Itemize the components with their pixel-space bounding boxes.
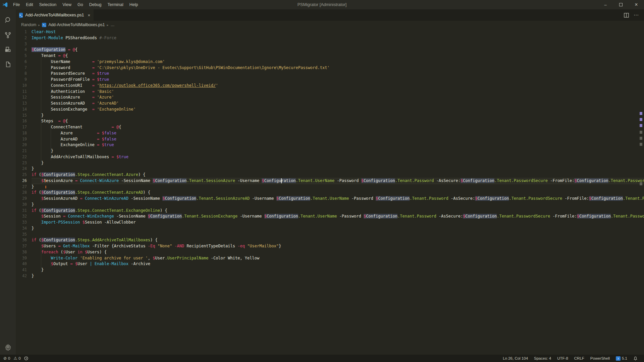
menu-selection[interactable]: Selection (36, 0, 59, 9)
breadcrumb-folder[interactable]: Random (21, 22, 36, 27)
menu-edit[interactable]: Edit (23, 0, 36, 9)
problems-errors[interactable]: ⊘ 0 (3, 356, 10, 361)
gutter-decoration (45, 180, 46, 182)
code-line[interactable]: 29 $SessionAzureAD = Connect-WinAzureAD … (16, 196, 644, 202)
language-mode[interactable]: PowerShell (587, 356, 613, 360)
code-line[interactable]: 9 PasswordFromFile = $true (16, 77, 644, 83)
code-line[interactable]: 33 Import-PSSession $Session -AllowClobb… (16, 220, 644, 226)
code-line[interactable]: 16 Steps = @{ (16, 118, 644, 124)
overview-ruler-mark (640, 131, 642, 134)
tab-close-icon[interactable]: × (88, 13, 90, 18)
activity-bar (0, 9, 16, 355)
code-line[interactable]: 41 } (16, 267, 644, 273)
menu-file[interactable]: File (10, 0, 23, 9)
breadcrumb-symbol[interactable]: … (111, 22, 115, 27)
minimize-button[interactable]: – (598, 0, 613, 9)
code-line[interactable]: 10 ConnectionURI = 'https://outlook.offi… (16, 83, 644, 89)
line-number: 9 (16, 77, 32, 83)
split-editor-icon[interactable] (624, 13, 629, 18)
maximize-button[interactable] (613, 0, 629, 9)
settings-gear-icon[interactable] (0, 344, 16, 351)
line-number: 23 (16, 160, 32, 166)
more-actions-icon[interactable]: ⋯ (634, 12, 639, 18)
code-line[interactable]: 30} (16, 202, 644, 208)
code-line[interactable]: 26 $SessionAzure = Connect-WinAzure -Ses… (16, 178, 644, 184)
end-of-line[interactable]: CRLF (571, 356, 587, 360)
chevron-right-icon: ▸ (107, 23, 108, 27)
code-line[interactable]: 20 ExchangeOnline = $true (16, 142, 644, 148)
code-line[interactable]: 4$Configuration = @{ (16, 47, 644, 53)
breadcrumb-file[interactable]: Add-ArchiveToAllMailboxes.ps1 (48, 22, 105, 27)
close-button[interactable]: × (629, 0, 644, 9)
code-line[interactable]: 38 foreach ($User in $Users) { (16, 249, 644, 255)
code-line[interactable]: 18 Azure = $false (16, 130, 644, 136)
source-control-icon[interactable] (0, 27, 16, 42)
vscode-logo-icon (0, 2, 10, 8)
code-line[interactable]: 15 } (16, 113, 644, 119)
code-line[interactable]: 24} (16, 166, 644, 172)
code-line[interactable]: 13 SessionAzureAD = 'AzureAD' (16, 101, 644, 107)
menu-go[interactable]: Go (74, 0, 86, 9)
overview-ruler-mark (640, 124, 642, 127)
error-icon: ⊘ (3, 356, 7, 361)
explorer-icon[interactable] (0, 57, 16, 72)
clock-icon[interactable] (24, 356, 28, 360)
menu-help[interactable]: Help (126, 0, 141, 9)
line-number: 5 (16, 53, 32, 59)
code-line[interactable]: 5 Tenant = @{ (16, 53, 644, 59)
extensions-icon[interactable] (0, 42, 16, 57)
code-line[interactable]: 7 Password = 'C:\Users\pklys\OneDrive - … (16, 65, 644, 71)
code-line[interactable]: 39 Write-Color 'Enabling archive for use… (16, 255, 644, 261)
warning-icon: ⚠ (13, 356, 17, 361)
code-line[interactable]: 6 UserName = 'przemyslaw.klys@domain.com… (16, 59, 644, 65)
status-bar: ⊘ 0 ⚠ 0 Ln 26, Col 104 Spaces: 4 UTF-8 C… (0, 355, 644, 362)
code-line[interactable]: 35 (16, 232, 644, 238)
code-line[interactable]: 14 SessionExchange = 'ExchangeOnline' (16, 107, 644, 113)
code-line[interactable]: 17 ConnectTenant = @{ (16, 124, 644, 130)
line-number: 19 (16, 136, 32, 142)
code-line[interactable]: 11 Authentication = 'Basic' (16, 89, 644, 95)
code-line[interactable]: 25if ($Configuration.Steps.ConnectTenant… (16, 172, 644, 178)
code-line[interactable]: 3 (16, 41, 644, 47)
code-line[interactable]: 23 } (16, 160, 644, 166)
code-line[interactable]: 32 $Session = Connect-WinExchange -Sessi… (16, 214, 644, 220)
tab-add-archivetoallmailboxes[interactable]: >_ Add-ArchiveToAllMailboxes.ps1 × (16, 9, 94, 21)
menu-bar: FileEditSelectionViewGoDebugTerminalHelp (10, 0, 141, 9)
menu-terminal[interactable]: Terminal (105, 0, 126, 9)
line-number: 25 (16, 172, 32, 178)
code-line[interactable]: 34} (16, 226, 644, 232)
line-number: 3 (16, 41, 32, 47)
line-number: 18 (16, 130, 32, 136)
code-line[interactable]: 37 $Users = Get-Mailbox -Filter {Archive… (16, 243, 644, 249)
code-line[interactable]: 2Import-Module PSSharedGoods #-Force (16, 35, 644, 41)
line-number: 40 (16, 261, 32, 267)
problems-warnings[interactable]: ⚠ 0 (13, 356, 20, 361)
code-line[interactable]: 8 PasswordSecure = $true (16, 71, 644, 77)
code-line[interactable]: 22 AddArchiveToAllMailboxes = $true (16, 154, 644, 160)
line-number: 13 (16, 101, 32, 107)
code-line[interactable]: 21 } (16, 148, 644, 154)
code-line[interactable]: 1Clear-Host (16, 29, 644, 35)
indentation[interactable]: Spaces: 4 (531, 356, 554, 360)
encoding[interactable]: UTF-8 (554, 356, 571, 360)
notifications-bell-icon[interactable] (630, 356, 641, 361)
code-line[interactable]: 12 SessionAzure = 'Azure' (16, 95, 644, 101)
code-line[interactable]: 36if ($Configuration.Steps.AddArchiveToA… (16, 237, 644, 243)
code-line[interactable]: 42} (16, 273, 644, 279)
line-number: 41 (16, 267, 32, 273)
code-line[interactable]: 28if ($Configuration.Steps.ConnectTenant… (16, 190, 644, 196)
code-editor[interactable]: 1Clear-Host2Import-Module PSSharedGoods … (16, 29, 644, 355)
cursor-position[interactable]: Ln 26, Col 104 (500, 356, 531, 360)
overview-ruler-mark (640, 182, 642, 185)
overview-ruler-mark (640, 118, 642, 121)
code-line[interactable]: 19 AzureAD = $false (16, 136, 644, 142)
powershell-session[interactable]: ❯ 5.1 (613, 356, 630, 361)
code-line[interactable]: 31if ($Configuration.Steps.ConnectTenant… (16, 208, 644, 214)
menu-debug[interactable]: Debug (86, 0, 105, 9)
line-number: 26 (16, 178, 32, 184)
menu-view[interactable]: View (59, 0, 74, 9)
overview-ruler-mark (640, 137, 642, 140)
code-line[interactable]: 27} (16, 184, 644, 190)
search-icon[interactable] (0, 13, 16, 27)
code-line[interactable]: 40 $Output = $User | Enable-Mailbox -Arc… (16, 261, 644, 267)
